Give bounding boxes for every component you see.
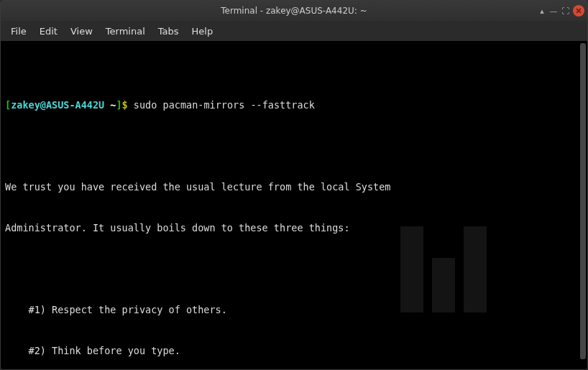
lecture-line: We trust you have received the usual lec… [5, 180, 583, 194]
menu-file[interactable]: File [5, 23, 32, 40]
lecture-rule: #2) Think before you type. [5, 344, 583, 358]
menu-help[interactable]: Help [186, 23, 219, 40]
bracket-close: ] [116, 99, 121, 111]
prompt-line: [zakey@ASUS-A442U ~]$ sudo pacman-mirror… [5, 98, 583, 112]
prompt-tilde: ~ [104, 99, 116, 111]
keep-above-icon[interactable]: ▴ [538, 7, 546, 14]
maximize-icon[interactable]: ⛶ [561, 7, 569, 14]
scrollbar[interactable] [580, 43, 586, 359]
menu-view[interactable]: View [65, 23, 98, 40]
window-title: Terminal - zakey@ASUS-A442U: ~ [221, 6, 367, 16]
bracket-open: [ [5, 99, 11, 111]
prompt-dollar: $ [122, 99, 134, 111]
close-icon[interactable] [573, 5, 584, 17]
menubar: File Edit View Terminal Tabs Help [1, 21, 587, 41]
lecture-line: Administrator. It usually boils down to … [5, 221, 583, 235]
titlebar: Terminal - zakey@ASUS-A442U: ~ ▴ — ⛶ [1, 1, 587, 21]
menu-edit[interactable]: Edit [34, 23, 63, 40]
lecture-rule: #1) Respect the privacy of others. [5, 303, 583, 317]
menu-tabs[interactable]: Tabs [152, 23, 185, 40]
menu-terminal[interactable]: Terminal [100, 23, 151, 40]
blank-line [5, 139, 583, 153]
minimize-icon[interactable]: — [550, 7, 557, 14]
command-text: sudo pacman-mirrors --fasttrack [134, 99, 315, 111]
window-controls: ▴ — ⛶ [538, 5, 584, 17]
user-host: zakey@ASUS-A442U [11, 99, 104, 111]
terminal-window: Terminal - zakey@ASUS-A442U: ~ ▴ — ⛶ Fil… [0, 0, 588, 370]
terminal-output[interactable]: [zakey@ASUS-A442U ~]$ sudo pacman-mirror… [1, 41, 587, 369]
blank-line [5, 262, 583, 276]
